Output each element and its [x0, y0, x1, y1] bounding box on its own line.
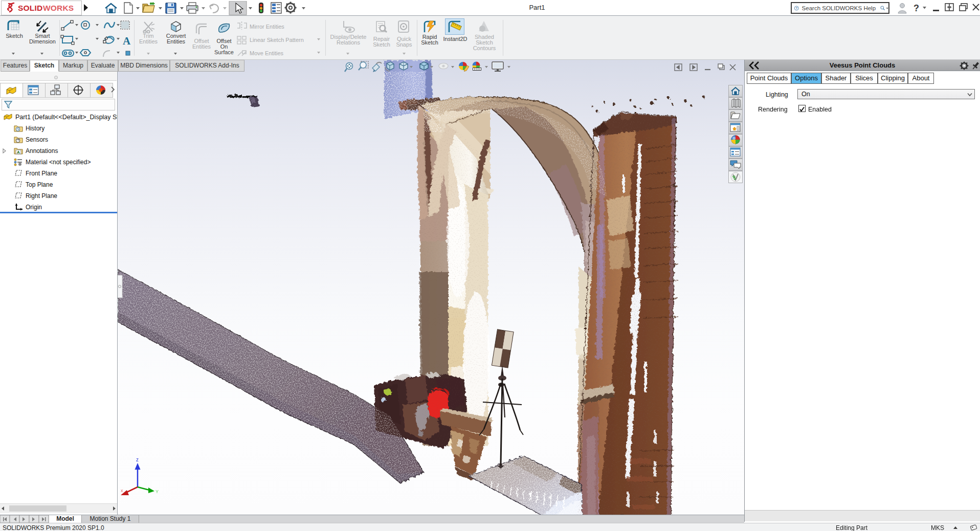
svg-text:A: A [123, 35, 131, 47]
svg-text:Y: Y [155, 489, 159, 494]
svg-text:WORKS: WORKS [43, 4, 74, 12]
svg-text:A: A [17, 150, 20, 154]
svg-text:z: z [136, 457, 139, 462]
svg-text:x: x [121, 488, 123, 493]
svg-text:?: ? [796, 7, 798, 10]
svg-text:?: ? [914, 3, 919, 13]
svg-text:SOLID: SOLID [18, 4, 42, 12]
